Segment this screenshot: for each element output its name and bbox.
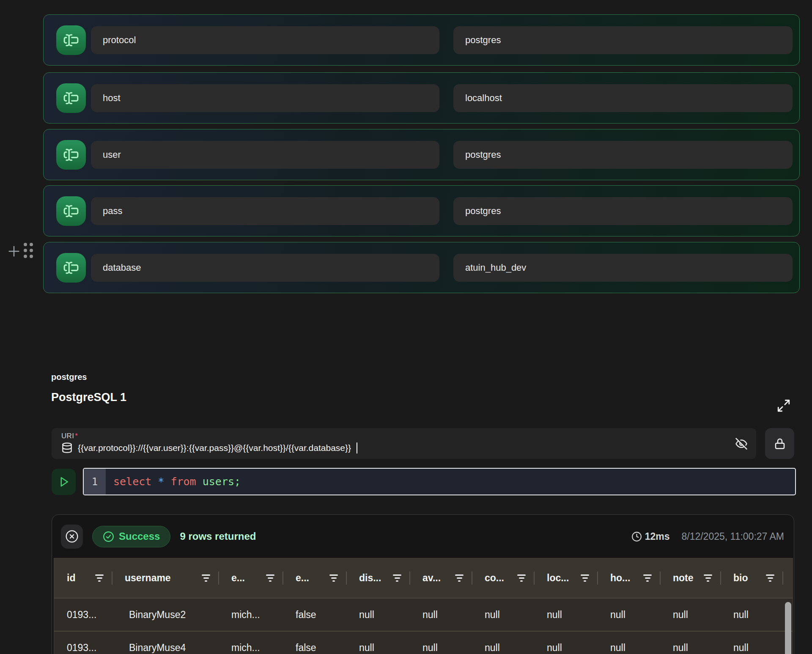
column-label: co... (485, 572, 504, 584)
column-label: bio (733, 572, 748, 584)
filter-icon[interactable] (581, 574, 589, 582)
variable-value-input[interactable]: localhost (453, 84, 793, 112)
column-header-5[interactable]: av... (410, 558, 472, 598)
column-header-4[interactable]: dis... (346, 558, 410, 598)
text-cursor-input-icon (56, 253, 86, 283)
uri-value[interactable]: {{var.protocol}}://{{var.user}}:{{var.pa… (78, 443, 351, 453)
column-label: loc... (547, 572, 569, 584)
table-cell: null (660, 609, 721, 621)
results-table-head: idusernamee...e...dis...av...co...loc...… (54, 558, 793, 598)
text-cursor-input-icon (56, 140, 86, 170)
duration-text: 12ms (645, 531, 670, 542)
filter-icon[interactable] (643, 574, 652, 582)
sql-code-line[interactable]: select * from users; (106, 469, 241, 495)
add-block-button[interactable] (7, 244, 21, 258)
column-header-10[interactable]: bio (721, 558, 783, 598)
column-label: dis... (359, 572, 381, 584)
text-cursor-input-icon (56, 25, 86, 55)
variable-name-input[interactable]: pass (91, 197, 439, 225)
filter-icon[interactable] (517, 574, 526, 582)
query-duration: 12ms (631, 531, 670, 542)
table-cell: mich... (219, 609, 283, 621)
query-timestamp: 8/12/2025, 11:00:27 AM (681, 531, 784, 542)
variable-block: user postgres (43, 129, 800, 180)
table-cell: null (598, 609, 660, 621)
table-cell: null (534, 609, 598, 621)
rows-returned-text: 9 rows returned (180, 530, 256, 542)
status-badge: Success (92, 526, 170, 547)
database-icon (61, 442, 73, 453)
circle-check-icon (103, 531, 114, 542)
column-header-0[interactable]: id (54, 558, 112, 598)
column-label: ho... (610, 572, 630, 584)
table-row[interactable]: 0193...BinaryMuse2mich...falsenullnullnu… (54, 598, 793, 631)
table-cell: null (472, 642, 534, 654)
block-title: PostgreSQL 1 (51, 391, 126, 404)
table-cell: null (598, 642, 660, 654)
circle-x-icon (65, 530, 79, 543)
column-label: note (673, 572, 694, 584)
column-header-9[interactable]: note (660, 558, 721, 598)
variable-name-input[interactable]: user (91, 141, 439, 169)
variable-block: protocol postgres (43, 14, 800, 66)
filter-icon[interactable] (455, 574, 464, 582)
text-cursor-input-icon (56, 196, 86, 226)
variable-value-input[interactable]: atuin_hub_dev (453, 254, 793, 282)
variable-block: host localhost (43, 72, 800, 124)
variable-name-input[interactable]: host (91, 84, 439, 112)
variable-name-input[interactable]: database (91, 254, 439, 282)
uri-label: URI* (61, 432, 78, 440)
column-header-1[interactable]: username (112, 558, 219, 598)
variable-value-input[interactable]: postgres (453, 141, 793, 169)
drag-handle-grip-icon[interactable] (24, 243, 33, 258)
status-text: Success (119, 530, 160, 542)
filter-icon[interactable] (704, 574, 712, 582)
run-query-button[interactable] (52, 469, 76, 495)
column-header-7[interactable]: loc... (534, 558, 598, 598)
query-results-panel: Success 9 rows returned 12ms 8/12/2025, … (52, 514, 794, 654)
variable-name-input[interactable]: protocol (91, 26, 439, 54)
expand-icon[interactable] (774, 396, 793, 415)
filter-icon[interactable] (202, 574, 210, 582)
sql-editor[interactable]: 1 select * from users; (83, 468, 796, 495)
table-cell: null (410, 609, 472, 621)
column-header-3[interactable]: e... (283, 558, 346, 598)
column-header-6[interactable]: co... (472, 558, 534, 598)
vertical-scrollbar[interactable] (785, 602, 791, 654)
column-label: username (125, 572, 171, 584)
table-cell: null (721, 609, 783, 621)
table-cell: null (660, 642, 721, 654)
column-header-2[interactable]: e... (219, 558, 283, 598)
close-results-button[interactable] (61, 525, 83, 549)
table-cell: BinaryMuse4 (112, 642, 219, 654)
text-cursor-input-icon (56, 83, 86, 113)
table-row[interactable]: 0193...BinaryMuse4mich...falsenullnullnu… (54, 631, 793, 654)
variable-value-input[interactable]: postgres (453, 197, 793, 225)
required-asterisk: * (75, 432, 78, 440)
table-cell: null (346, 642, 410, 654)
filter-icon[interactable] (266, 574, 274, 582)
filter-icon[interactable] (329, 574, 338, 582)
variable-block: pass postgres (43, 185, 800, 236)
table-cell: false (283, 642, 346, 654)
filter-icon[interactable] (95, 574, 104, 582)
eye-off-icon[interactable] (733, 436, 749, 452)
filter-icon[interactable] (766, 574, 774, 582)
text-caret (357, 442, 357, 453)
results-header: Success 9 rows returned 12ms 8/12/2025, … (52, 515, 794, 558)
variable-value-input[interactable]: postgres (453, 26, 793, 54)
column-label: e... (231, 572, 245, 584)
column-label: id (67, 572, 75, 584)
table-cell: null (346, 609, 410, 621)
table-cell: null (410, 642, 472, 654)
column-label: e... (296, 572, 309, 584)
column-header-8[interactable]: ho... (598, 558, 660, 598)
clock-icon (631, 531, 642, 542)
line-number: 1 (84, 469, 106, 495)
table-cell: null (472, 609, 534, 621)
lock-button[interactable] (765, 428, 794, 459)
table-cell: mich... (219, 642, 283, 654)
filter-icon[interactable] (393, 574, 401, 582)
column-label: av... (422, 572, 441, 584)
uri-field[interactable]: URI* {{var.protocol}}://{{var.user}}:{{v… (52, 428, 756, 459)
